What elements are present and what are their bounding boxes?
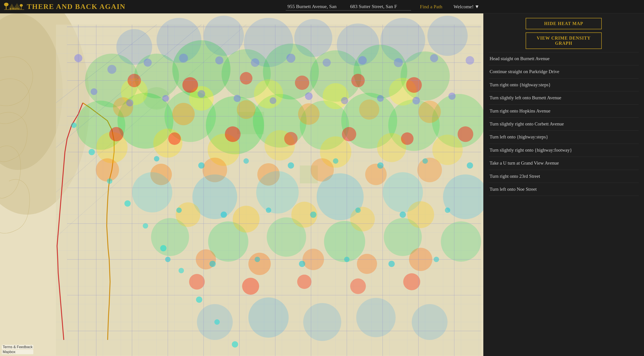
hide-heatmap-button[interactable]: Hide Heat Map xyxy=(526,18,602,29)
map-background xyxy=(0,13,483,356)
svg-point-158 xyxy=(350,278,366,294)
svg-point-135 xyxy=(256,171,299,214)
direction-item: Turn left onto {highway:steps} xyxy=(489,131,639,144)
svg-point-204 xyxy=(422,158,428,164)
direction-item: Turn right onto 23rd Street xyxy=(489,170,639,183)
svg-point-144 xyxy=(441,221,481,262)
direction-item: Continue straight on Parkridge Drive xyxy=(489,65,639,78)
svg-point-167 xyxy=(108,65,116,74)
svg-point-157 xyxy=(297,275,312,289)
map-credits: Terms & Feedback Mapbox xyxy=(2,345,33,354)
direction-item: Turn slightly right onto Corbett Avenue xyxy=(489,118,639,131)
svg-point-148 xyxy=(350,207,375,231)
svg-point-110 xyxy=(298,103,320,125)
svg-point-211 xyxy=(400,212,406,218)
svg-point-146 xyxy=(233,206,260,233)
logo-area: There and Back Again xyxy=(0,1,126,12)
svg-point-214 xyxy=(210,261,216,267)
svg-point-206 xyxy=(176,208,182,213)
direction-item: Head staight on Burnett Avenue xyxy=(489,52,639,65)
svg-point-98 xyxy=(323,83,349,109)
mapbox-label: Mapbox xyxy=(2,350,33,354)
find-path-button[interactable]: Find a Path xyxy=(416,3,447,10)
svg-point-131 xyxy=(401,132,414,145)
map-container[interactable]: Terms & Feedback Mapbox xyxy=(0,13,483,356)
svg-point-185 xyxy=(430,54,438,62)
welcome-arrow-icon: ▼ xyxy=(474,4,480,9)
direction-item: Take a U turn at Grand View Avenue xyxy=(489,157,639,170)
svg-marker-16 xyxy=(13,3,21,9)
svg-point-205 xyxy=(467,162,473,169)
svg-point-208 xyxy=(266,208,271,213)
svg-point-197 xyxy=(232,341,238,348)
svg-point-207 xyxy=(221,212,227,218)
svg-point-130 xyxy=(342,127,356,141)
svg-point-180 xyxy=(341,97,348,104)
right-panel: Hide Heat Map View Crime Density Graph H… xyxy=(483,13,644,356)
svg-point-193 xyxy=(160,245,166,251)
svg-point-128 xyxy=(225,126,240,142)
svg-point-149 xyxy=(407,201,434,228)
svg-point-151 xyxy=(248,253,271,275)
header: There and Back Again Find a Path Welcome… xyxy=(0,0,644,13)
svg-rect-0 xyxy=(4,9,24,10)
origin-input[interactable] xyxy=(286,3,348,10)
svg-point-218 xyxy=(388,261,395,267)
svg-point-181 xyxy=(358,56,367,65)
svg-point-97 xyxy=(254,79,283,108)
svg-point-188 xyxy=(71,123,76,128)
terms-feedback-label[interactable]: Terms & Feedback xyxy=(2,345,33,349)
svg-point-173 xyxy=(215,56,223,64)
svg-point-125 xyxy=(406,77,422,93)
svg-point-159 xyxy=(403,273,420,290)
directions-list: Head staight on Burnett AvenueContinue s… xyxy=(489,52,639,196)
svg-point-123 xyxy=(295,76,309,90)
svg-point-194 xyxy=(178,268,184,273)
svg-point-178 xyxy=(305,92,312,100)
svg-point-184 xyxy=(412,97,420,104)
svg-point-200 xyxy=(244,158,249,164)
destination-input[interactable] xyxy=(348,3,411,10)
svg-point-168 xyxy=(126,99,133,106)
svg-point-163 xyxy=(356,298,396,337)
svg-point-198 xyxy=(154,156,159,161)
svg-rect-3 xyxy=(21,6,22,9)
svg-point-4 xyxy=(20,4,23,7)
direction-item: Turn slightly left onto Burnett Avenue xyxy=(489,91,639,104)
svg-point-156 xyxy=(242,278,259,295)
svg-point-111 xyxy=(359,99,379,120)
svg-point-172 xyxy=(198,90,205,98)
svg-point-119 xyxy=(417,158,442,182)
svg-point-192 xyxy=(143,223,148,229)
svg-point-127 xyxy=(168,132,181,145)
svg-point-177 xyxy=(286,54,295,63)
svg-point-112 xyxy=(418,101,441,123)
header-inputs: Find a Path Welcome! ▼ xyxy=(126,3,644,10)
svg-point-216 xyxy=(299,261,305,267)
svg-point-191 xyxy=(124,200,131,207)
svg-point-113 xyxy=(96,158,119,182)
direction-item: Turn left onto Noe Street xyxy=(489,183,639,196)
svg-point-122 xyxy=(240,72,252,84)
svg-point-108 xyxy=(172,103,195,125)
svg-point-2 xyxy=(4,3,8,6)
svg-point-174 xyxy=(234,95,241,102)
svg-point-212 xyxy=(445,208,450,213)
svg-point-195 xyxy=(196,297,202,303)
svg-point-145 xyxy=(176,202,200,227)
svg-point-153 xyxy=(357,254,377,274)
view-crime-density-button[interactable]: View Crime Density Graph xyxy=(526,32,602,49)
svg-point-126 xyxy=(109,127,124,141)
svg-point-77 xyxy=(428,16,468,56)
direction-item: Turn right onto Hopkins Avenue xyxy=(489,105,639,118)
app-title: There and Back Again xyxy=(27,2,126,11)
svg-point-162 xyxy=(303,303,341,341)
welcome-button[interactable]: Welcome! ▼ xyxy=(449,3,484,10)
svg-point-201 xyxy=(288,162,294,169)
svg-point-132 xyxy=(458,126,473,142)
svg-point-186 xyxy=(448,93,456,100)
logo-icon xyxy=(4,1,24,12)
svg-point-129 xyxy=(284,132,298,145)
svg-point-210 xyxy=(355,208,361,213)
svg-point-133 xyxy=(132,172,172,212)
